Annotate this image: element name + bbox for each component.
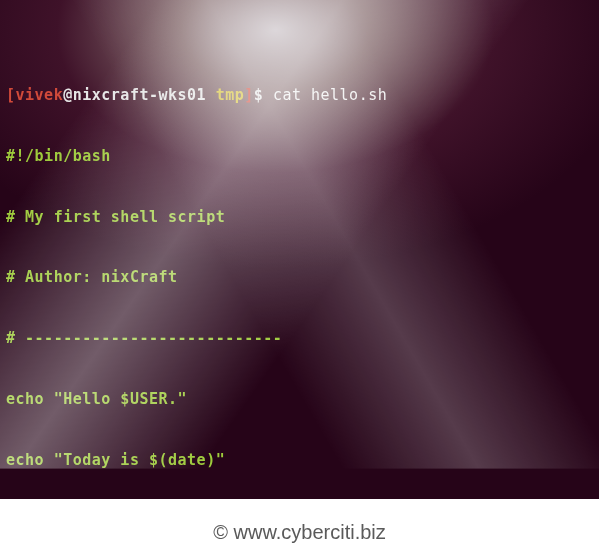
script-line-3: # Author: nixCraft (6, 267, 593, 287)
script-line-4: # --------------------------- (6, 328, 593, 348)
lens-flare-overlay (0, 0, 599, 499)
script-line-2: # My first shell script (6, 207, 593, 227)
prompt-path: tmp (216, 86, 245, 104)
terminal-window[interactable]: [vivek@nixcraft-wks01 tmp]$ cat hello.sh… (0, 0, 599, 499)
prompt-dollar: $ (254, 86, 264, 104)
prompt-line-1: [vivek@nixcraft-wks01 tmp]$ cat hello.sh (6, 85, 593, 105)
script-line-1: #!/bin/bash (6, 146, 593, 166)
script-line-6: echo "Today is $(date)" (6, 450, 593, 470)
prompt-host: nixcraft-wks01 (73, 86, 206, 104)
bracket-open: [ (6, 86, 16, 104)
command-cat: cat hello.sh (273, 86, 387, 104)
watermark-text: © www.cyberciti.biz (0, 519, 599, 546)
prompt-at: @ (63, 86, 73, 104)
bracket-close: ] (244, 86, 254, 104)
script-line-5: echo "Hello $USER." (6, 389, 593, 409)
prompt-user: vivek (16, 86, 64, 104)
